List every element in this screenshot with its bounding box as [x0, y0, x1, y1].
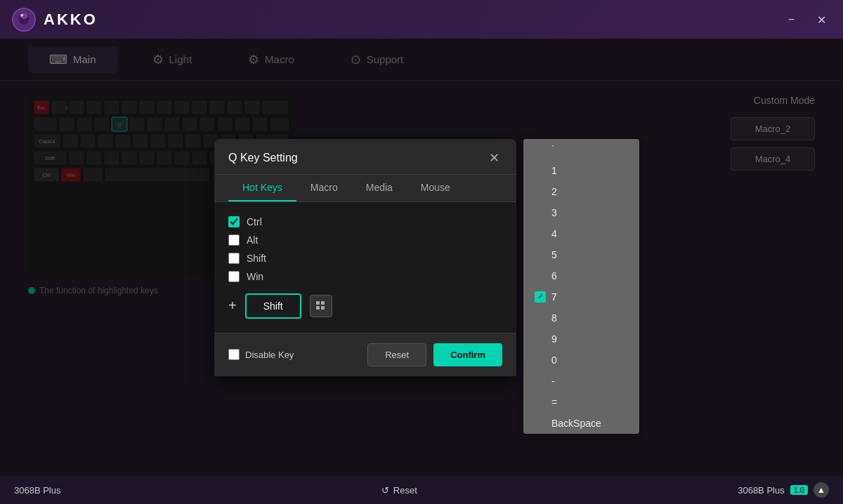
- app-logo: AKKO: [11, 7, 98, 32]
- ctrl-label: Ctrl: [247, 216, 262, 227]
- modal-action-buttons: Reset Confirm: [367, 343, 502, 366]
- modifier-shift-row: Shift: [228, 253, 502, 264]
- modal-tabs: Hot Keys Macro Media Mouse: [214, 175, 516, 202]
- disable-key-checkbox[interactable]: [228, 349, 240, 360]
- dropdown-item[interactable]: 9: [523, 329, 639, 350]
- disable-key-row: Disable Key: [228, 349, 294, 360]
- modal-close-button[interactable]: ✕: [486, 150, 502, 166]
- plus-sign: +: [228, 298, 237, 314]
- akko-logo-icon: [11, 7, 37, 32]
- modifier-ctrl-row: Ctrl: [228, 216, 502, 227]
- reset-icon: ↺: [381, 485, 389, 496]
- dropdown-item[interactable]: 1: [523, 160, 639, 181]
- svg-rect-76: [321, 306, 325, 310]
- modal-body: Ctrl Alt Shift Win: [214, 202, 516, 333]
- shift-label: Shift: [247, 253, 266, 264]
- dropdown-item[interactable]: `: [523, 139, 639, 160]
- minimize-button[interactable]: −: [783, 11, 800, 29]
- dropdown-item[interactable]: 3: [523, 202, 639, 223]
- key-selector-button[interactable]: Shift: [245, 293, 301, 319]
- ctrl-checkbox[interactable]: [228, 216, 240, 227]
- alt-label: Alt: [247, 234, 258, 246]
- device-name-right: 3068B Plus: [738, 485, 785, 496]
- device-name-left: 3068B Plus: [14, 485, 61, 496]
- disable-key-label: Disable Key: [245, 350, 294, 360]
- modifier-list: Ctrl Alt Shift Win: [228, 216, 502, 282]
- dropdown-item[interactable]: 6: [523, 265, 639, 286]
- bottom-bar: 3068B Plus ↺ Reset 3068B Plus 1.0 ▲: [0, 476, 843, 504]
- reset-label[interactable]: Reset: [393, 485, 417, 496]
- win-checkbox[interactable]: [228, 271, 240, 282]
- dropdown-item[interactable]: =: [523, 392, 639, 413]
- shift-checkbox[interactable]: [228, 253, 240, 264]
- grid-icon: [315, 300, 327, 312]
- reset-area: ↺ Reset: [381, 485, 417, 496]
- dropdown-item[interactable]: 0: [523, 350, 639, 371]
- app-title: AKKO: [44, 11, 98, 29]
- device-info-right: 3068B Plus 1.0 ▲: [738, 482, 829, 498]
- dropdown-item[interactable]: 2: [523, 181, 639, 202]
- tab-macro[interactable]: Macro: [296, 175, 352, 201]
- titlebar: AKKO − ✕: [0, 0, 843, 39]
- dropdown-item[interactable]: ✓7: [523, 286, 639, 307]
- modifier-win-row: Win: [228, 271, 502, 282]
- modal-footer: Disable Key Reset Confirm: [214, 333, 516, 376]
- modifier-alt-row: Alt: [228, 234, 502, 246]
- modal-overlay: Q Key Setting ✕ Hot Keys Macro Media Mou…: [0, 39, 843, 476]
- svg-rect-74: [321, 301, 325, 305]
- dropdown-item[interactable]: 5: [523, 244, 639, 265]
- dropdown-item[interactable]: 4: [523, 223, 639, 244]
- key-dropdown-list[interactable]: `123456✓7890-=BackSpace: [523, 139, 639, 434]
- alt-checkbox[interactable]: [228, 234, 240, 246]
- dropdown-item[interactable]: -: [523, 371, 639, 392]
- confirm-button[interactable]: Confirm: [433, 343, 502, 366]
- tab-hot-keys[interactable]: Hot Keys: [228, 175, 296, 201]
- device-arrow-icon[interactable]: ▲: [813, 482, 829, 498]
- close-button[interactable]: ✕: [811, 10, 832, 29]
- tab-media[interactable]: Media: [352, 175, 407, 201]
- window-controls: − ✕: [783, 10, 832, 29]
- q-key-setting-modal: Q Key Setting ✕ Hot Keys Macro Media Mou…: [214, 139, 516, 376]
- win-label: Win: [247, 271, 263, 282]
- modal-title: Q Key Setting: [228, 152, 298, 164]
- key-grid-button[interactable]: [310, 295, 332, 317]
- check-mark-icon: ✓: [535, 291, 546, 303]
- dropdown-item[interactable]: 8: [523, 307, 639, 329]
- tab-mouse[interactable]: Mouse: [407, 175, 464, 201]
- modal-header: Q Key Setting ✕: [214, 139, 516, 175]
- svg-rect-73: [316, 301, 320, 305]
- reset-button[interactable]: Reset: [367, 343, 426, 366]
- dropdown-item[interactable]: BackSpace: [523, 413, 639, 434]
- key-selector-row: + Shift: [228, 293, 502, 319]
- firmware-badge: 1.0: [790, 485, 808, 495]
- svg-point-3: [21, 13, 24, 16]
- svg-rect-75: [316, 306, 320, 310]
